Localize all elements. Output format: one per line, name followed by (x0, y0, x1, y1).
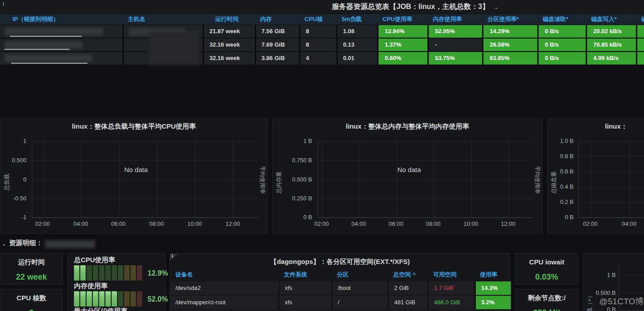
panel-disk: linux： 1.0 B 0.8 B 0.6 B 0.4 B 0.2 B 0 B… (547, 118, 644, 234)
y-tick: 0.250 B (273, 195, 312, 202)
x-tick: 08:00 (143, 220, 170, 227)
info-icon[interactable]: i (3, 1, 4, 7)
redacted-hostname (148, 31, 200, 65)
overview-table-header: IP（链接到明细） 主机名 运行时间 内存 CPU核 5m负载 CPU使用率 内… (0, 14, 644, 25)
y-axis-label-left: 总内存量 (275, 171, 283, 194)
col-memory[interactable]: 内存 (255, 14, 299, 25)
dashboard-header: i 服务器资源总览表【JOB：linux，主机总数：3】⌄ (0, 0, 644, 13)
col-mem-usage[interactable]: 内存使用率 (427, 14, 482, 25)
col-partial[interactable]: 磁 (636, 14, 644, 25)
col-load5m[interactable]: 5m负载 (336, 14, 377, 25)
plot-area (32, 141, 259, 218)
col-hostname[interactable]: 主机名 (122, 14, 203, 25)
stat-title: CPU iowait (515, 258, 578, 266)
load-cell: 1.08 (336, 25, 377, 38)
col-disk-read[interactable]: 磁盘读取* (537, 14, 586, 25)
memory-cell: 7.56 GiB (255, 25, 299, 38)
x-tick: 02:00 (308, 220, 335, 227)
y-tick: 0.8 B (548, 153, 574, 160)
col-avail[interactable]: 可用空间 (428, 269, 474, 281)
disk-write-cell: 20.02 kB/s (586, 25, 636, 38)
load-cell: 0.13 (336, 39, 377, 51)
gauge-label: 总CPU使用率 (74, 256, 115, 264)
cores-cell: 8 (299, 25, 336, 38)
col-cpu-usage[interactable]: CPU使用率 (377, 14, 427, 25)
panel-remaining-nodes-stat: 剩余节点数:/ 252 Mil (515, 289, 579, 311)
x-tick: 10:00 (457, 220, 484, 227)
usage-cell: 3.2% (474, 296, 511, 309)
y-axis-label-right: 平均使用率 (533, 166, 541, 194)
cpu-usage-cell: 1.37% (377, 39, 427, 51)
part-usage-cell: 63.85% (482, 52, 537, 65)
mem-usage-cell: 53.75% (427, 52, 482, 65)
redacted-underline (11, 63, 87, 64)
total-cell: 481 GiB (388, 296, 428, 309)
dashboard-title: 服务器资源总览表【JOB：linux，主机总数：3】 (332, 3, 489, 10)
table-row: /dev/sda2 xfs /boot 2 GiB 1.7 GiB 14.3% (170, 281, 511, 295)
y-tick: 1 B (273, 138, 312, 145)
y-tick: 0.500 (0, 157, 26, 164)
plot-area (578, 141, 644, 218)
panel-title[interactable]: linux：整体总内存与整体平均内存使用率 (273, 122, 542, 131)
y-tick: 0.750 B (273, 157, 312, 164)
load-cell: 0.01 (336, 52, 377, 65)
x-tick: 12:00 (219, 220, 246, 227)
panel-title[interactable]: linux：整体总负载与整体平均CPU使用率 (0, 122, 267, 131)
col-cores[interactable]: CPU核 (299, 14, 336, 25)
partition-table-header: 设备名 文件系统 分区 总空间 ^ 可用空间 使用率 (170, 269, 511, 281)
col-fs[interactable]: 文件系统 (278, 269, 331, 281)
col-ip[interactable]: IP（链接到明细） (0, 14, 122, 25)
y-tick: 1 B (583, 272, 616, 279)
col-usage[interactable]: 使用率 (474, 269, 511, 281)
chevron-down-icon[interactable]: ⌄ (494, 4, 499, 10)
gauge-label: 最大分区(/)使用率 (74, 307, 127, 311)
disk-read-cell: 0 B/s (537, 25, 586, 38)
table-row: 32.16 week 7.69 GiB 8 0.13 1.37% - 26.58… (0, 39, 644, 51)
col-uptime[interactable]: 运行时间 (203, 14, 255, 25)
y-axis-label-left: 总负载 (3, 174, 11, 191)
uptime-cell: 21.87 week (203, 25, 255, 38)
redacted-underline (4, 49, 70, 50)
usage-cell: 14.3% (474, 281, 511, 295)
panel-usage-gauges: 总CPU使用率 12.9% 内存使用率 52.0% 最大分区(/)使用率 (67, 253, 166, 311)
disk-write-cell: 76.85 kB/s (586, 39, 636, 51)
stat-value: 8 (0, 308, 62, 311)
col-total[interactable]: 总空间 ^ (388, 269, 428, 281)
mem-usage-cell: - (427, 39, 482, 51)
col-mount[interactable]: 分区 (331, 269, 388, 281)
redacted-underline (10, 36, 82, 37)
stat-title: 运行时间 (0, 258, 62, 267)
x-tick: 06:00 (105, 220, 132, 227)
no-data-label: No data (397, 166, 421, 173)
panel-title[interactable]: linux： (605, 122, 627, 131)
part-usage-cell: 26.58% (482, 39, 537, 51)
x-tick: 04:00 (67, 220, 94, 227)
x-tick: 12:00 (495, 220, 522, 227)
device-cell: /dev/mapper/cl-root (170, 296, 278, 309)
table-row: /dev/mapper/cl-root xfs / 481 GiB 466.0 … (170, 296, 511, 309)
col-part-usage[interactable]: 分区使用率* (482, 14, 537, 25)
mount-cell: / (331, 296, 388, 309)
x-tick: 08:00 (420, 220, 447, 227)
redacted-detail-value (45, 240, 95, 248)
no-data-label: No data (124, 166, 148, 173)
fs-cell: xfs (278, 296, 331, 309)
device-cell: /dev/sda2 (170, 281, 278, 295)
stat-title: CPU 核数 (0, 294, 62, 302)
partial-cell (636, 25, 644, 38)
panel-cpu-cores-stat: CPU 核数 8 (0, 289, 63, 311)
table-row: 32.16 week 3.86 GiB 4 0.01 0.60% 53.75% … (0, 52, 644, 65)
col-device[interactable]: 设备名 (170, 269, 278, 281)
disk-write-cell: 4.99 kB/s (586, 52, 636, 65)
y-tick: 1 (0, 138, 26, 145)
gauge-value: 52.0% (148, 295, 168, 303)
panel-title[interactable]: 【dagongops】：各分区可用空间(EXT.*/XFS) (170, 258, 510, 266)
mem-usage-cell: 52.05% (427, 25, 482, 38)
memory-cell: 3.86 GiB (255, 52, 299, 65)
cpu-usage-gauge (74, 265, 142, 281)
dashboard-title-row[interactable]: 服务器资源总览表【JOB：linux，主机总数：3】⌄ (332, 2, 499, 12)
mount-cell: /boot (331, 281, 388, 295)
col-disk-write[interactable]: 磁盘写入* (586, 14, 636, 25)
grafana-dashboard: i 服务器资源总览表【JOB：linux，主机总数：3】⌄ IP（链接到明细） … (0, 0, 644, 311)
panel-load-cpu: linux：整体总负载与整体平均CPU使用率 No data 1 0.500 0… (0, 118, 268, 234)
